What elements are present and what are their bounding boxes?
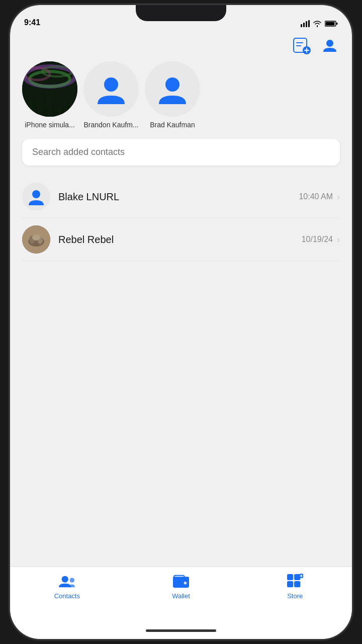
featured-contacts-row: iPhone simula... Brandon Kaufm... <box>10 61 352 129</box>
tab-item-contacts[interactable]: Contacts <box>10 573 124 600</box>
search-input[interactable] <box>32 147 330 157</box>
contact-avatar-brandon-kaufman <box>83 61 139 117</box>
contacts-tab-icon <box>59 573 75 589</box>
chevron-right-rebel: › <box>337 234 340 245</box>
list-item-blake-lnurl[interactable]: Blake LNURL 10:40 AM › <box>22 176 340 218</box>
svg-rect-0 <box>301 24 302 27</box>
notch <box>136 5 226 21</box>
add-contact-button[interactable] <box>292 35 312 55</box>
list-item-rebel-rebel[interactable]: Rebel Rebel 10/19/24 › <box>22 218 340 261</box>
tab-label-store: Store <box>287 592 303 600</box>
phone-screen: 9:41 <box>10 5 352 639</box>
svg-point-36 <box>62 576 68 583</box>
svg-rect-1 <box>303 23 305 27</box>
contact-name-brad-kaufman: Brad Kaufman <box>150 121 195 129</box>
contact-avatar-iphone-simulator <box>22 61 77 117</box>
contact-list-name-rebel: Rebel Rebel <box>58 234 114 245</box>
home-bar <box>146 629 216 632</box>
tab-item-wallet[interactable]: Wallet <box>124 573 238 600</box>
svg-rect-6 <box>336 23 338 25</box>
profile-button[interactable] <box>320 35 340 55</box>
svg-rect-42 <box>287 574 293 580</box>
tab-item-store[interactable]: Store <box>238 573 352 600</box>
contact-name-brandon-kaufman: Brandon Kaufm... <box>84 121 139 129</box>
svg-rect-44 <box>287 581 293 587</box>
contact-list-info-rebel: Rebel Rebel <box>58 234 294 246</box>
contact-list: Blake LNURL 10:40 AM › <box>10 176 352 567</box>
header-toolbar <box>10 31 352 61</box>
svg-point-13 <box>326 40 333 47</box>
tab-label-wallet: Wallet <box>172 592 190 600</box>
phone-frame: 9:41 <box>10 5 352 639</box>
status-time: 9:41 <box>24 18 40 27</box>
contact-list-name-blake: Blake LNURL <box>58 191 119 202</box>
svg-rect-45 <box>294 581 300 587</box>
contact-list-time-blake: 10:40 AM <box>299 192 333 201</box>
svg-point-30 <box>32 190 40 198</box>
signal-icon <box>301 20 310 27</box>
search-container <box>22 139 340 166</box>
svg-rect-2 <box>306 21 307 27</box>
svg-rect-3 <box>308 20 310 27</box>
contact-name-iphone-simulator: iPhone simula... <box>25 121 75 129</box>
contact-avatar-brad-kaufman <box>145 61 200 117</box>
contact-item-iphone-simulator[interactable]: iPhone simula... <box>22 61 77 129</box>
svg-point-37 <box>70 578 74 582</box>
contact-list-info-blake: Blake LNURL <box>58 191 291 203</box>
contact-list-time-rebel: 10/19/24 <box>302 235 333 244</box>
chevron-right-blake: › <box>337 192 340 202</box>
battery-icon <box>325 20 338 27</box>
contact-list-meta-rebel: 10/19/24 › <box>302 234 340 245</box>
wifi-icon <box>313 20 322 27</box>
wallet-tab-icon <box>173 573 189 589</box>
svg-point-41 <box>184 582 187 585</box>
svg-point-28 <box>104 77 118 92</box>
svg-rect-5 <box>326 22 335 26</box>
svg-point-35 <box>32 234 40 240</box>
contact-list-meta-blake: 10:40 AM › <box>299 192 340 202</box>
home-indicator <box>10 622 352 639</box>
tab-bar: Contacts Wallet <box>10 567 352 622</box>
status-icons <box>301 20 338 27</box>
list-avatar-blake <box>22 183 50 211</box>
list-avatar-rebel <box>22 225 50 254</box>
contact-item-brandon-kaufman[interactable]: Brandon Kaufm... <box>83 61 139 129</box>
contact-item-brad-kaufman[interactable]: Brad Kaufman <box>145 61 200 129</box>
tab-label-contacts: Contacts <box>54 592 80 600</box>
svg-point-29 <box>165 77 179 92</box>
store-tab-icon <box>287 573 303 589</box>
